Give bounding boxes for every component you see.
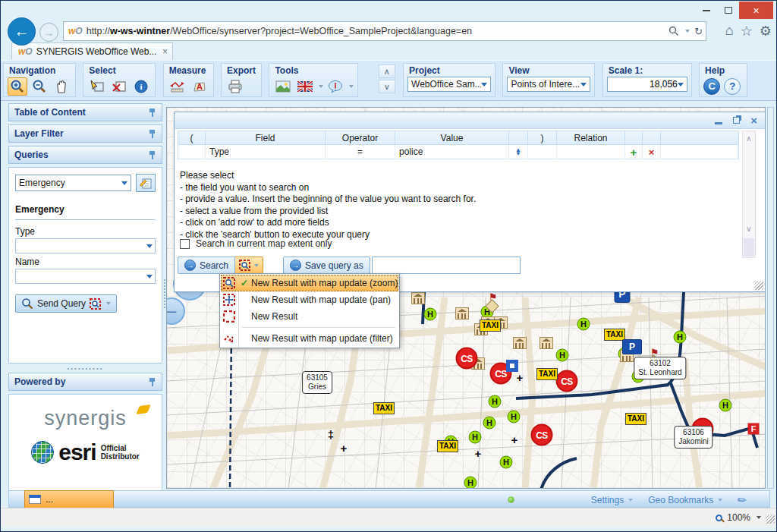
chevron-down-icon[interactable] (757, 516, 761, 519)
map-marker-cross[interactable]: + (517, 372, 524, 383)
panel-queries[interactable]: Queries (8, 146, 162, 164)
zoom-in-button[interactable] (8, 77, 27, 96)
search-mode-button[interactable] (235, 257, 263, 274)
relation-cell[interactable] (557, 145, 625, 159)
panel-resize-handle[interactable]: •••••••••• (8, 367, 162, 371)
map-marker-bluebox[interactable] (506, 360, 518, 372)
tab-close-icon[interactable]: × (162, 46, 168, 57)
map-marker-museum[interactable] (455, 307, 469, 320)
search-dropdown-icon[interactable] (685, 30, 690, 33)
menu-item-3[interactable]: New Result with map update (filter) (221, 330, 398, 347)
name-combo[interactable] (15, 269, 156, 284)
map-marker-flag[interactable] (486, 294, 498, 311)
address-bar[interactable]: wO http://w-ws-wintner/WebOffice/synserv… (63, 21, 706, 41)
back-button[interactable]: ← (8, 17, 36, 46)
query-select[interactable]: Emergency (15, 175, 131, 191)
panel-layer-filter[interactable]: Layer Filter (8, 124, 162, 143)
operator-cell[interactable]: = (326, 145, 395, 159)
measure-area-button[interactable]: A (190, 77, 209, 96)
print-button[interactable] (225, 77, 245, 96)
feedback-button[interactable] (326, 77, 345, 96)
value-sort-control[interactable]: ▲▼ (509, 145, 528, 159)
browser-zoom-control[interactable]: 100% (716, 512, 761, 523)
map-marker-museum[interactable] (513, 337, 527, 349)
map-marker-cross[interactable]: + (511, 434, 518, 445)
menu-item-2[interactable]: New Result (221, 308, 398, 325)
forward-button[interactable]: → (39, 23, 58, 42)
feedback-dropdown-icon[interactable] (349, 85, 354, 88)
pin-icon[interactable] (148, 150, 156, 159)
map-marker-h[interactable]: H (508, 411, 521, 423)
chevron-down-icon[interactable] (146, 275, 153, 279)
panel-table-of-content[interactable]: Table of Content (8, 103, 162, 121)
map-marker-h[interactable]: H (719, 399, 732, 412)
map-marker-f[interactable]: F (748, 423, 760, 435)
toolbar-scroll-down[interactable]: ∨ (379, 80, 395, 93)
map-marker-taxi[interactable]: TAXI (536, 368, 558, 380)
menu-item-0[interactable]: ✓New Result with map update (zoom) (221, 275, 398, 291)
save-query-button[interactable]: → Save query as (283, 257, 370, 274)
scale-combo[interactable] (607, 77, 687, 92)
toolbar-scroll-up[interactable]: ∧ (379, 65, 395, 78)
scroll-up-icon[interactable]: ∧ (743, 134, 755, 143)
map-marker-h[interactable]: H (424, 308, 437, 321)
zoom-out-button[interactable] (30, 77, 49, 96)
chevron-down-icon[interactable] (106, 302, 111, 305)
dialog-close-icon[interactable]: × (750, 115, 757, 126)
identify-button[interactable]: i (131, 77, 151, 96)
browser-tab[interactable]: wO SYNERGIS WebOffice Web... × (11, 42, 173, 60)
close-paren-cell[interactable] (528, 145, 557, 159)
deselect-button[interactable] (109, 77, 129, 96)
map-marker-cross[interactable]: + (475, 448, 482, 459)
close-button[interactable]: × (739, 2, 773, 19)
send-query-button[interactable]: Send Query (15, 294, 117, 313)
map-marker-taxi[interactable]: TAXI (480, 320, 501, 332)
map-marker-cs[interactable]: CS (456, 348, 478, 370)
delete-row-button[interactable]: × (643, 145, 661, 159)
type-input[interactable] (18, 241, 146, 251)
copyright-button[interactable]: C (703, 78, 720, 95)
home-icon[interactable]: ⌂ (725, 23, 734, 39)
search-icon[interactable] (668, 26, 679, 36)
settings-gear-icon[interactable]: ⚙ (760, 23, 772, 39)
map-marker-taxi[interactable]: TAXI (437, 440, 458, 452)
map-marker-h[interactable]: H (500, 456, 513, 469)
edit-query-button[interactable] (136, 174, 156, 192)
dialog-restore-icon[interactable] (733, 117, 740, 124)
screenshot-button[interactable] (273, 77, 293, 96)
pencil-icon[interactable]: ✎ (735, 493, 749, 508)
menu-item-1[interactable]: New Result with map update (pan) (221, 291, 398, 308)
map-marker-h[interactable]: H (674, 331, 687, 344)
pin-icon[interactable] (148, 108, 156, 117)
map-marker-taxi[interactable]: TAXI (625, 413, 646, 425)
map-marker-cross[interactable]: + (341, 442, 348, 454)
map-marker-h[interactable]: H (469, 431, 482, 444)
map-marker-cs[interactable]: CS (531, 424, 553, 446)
dialog-scrollbar[interactable]: ∧ ∨ (742, 131, 756, 258)
dialog-minimize-icon[interactable] (715, 122, 722, 124)
dialog-resize-grip[interactable] (754, 281, 763, 290)
language-button[interactable] (295, 77, 315, 96)
language-dropdown-icon[interactable] (319, 85, 323, 88)
map-marker-h[interactable]: H (464, 477, 477, 490)
save-query-input[interactable] (372, 257, 521, 274)
extent-checkbox[interactable] (180, 239, 190, 249)
dialog-titlebar[interactable]: × (175, 112, 765, 129)
chevron-down-icon[interactable] (254, 264, 259, 267)
map-marker-museum[interactable] (539, 337, 553, 349)
map-marker-h[interactable]: H (556, 349, 569, 362)
query-row[interactable]: Type = police ▲▼ + × (178, 145, 739, 159)
open-paren-cell[interactable] (178, 145, 206, 159)
project-select[interactable]: WebOffice Sam... (407, 77, 491, 92)
url-text[interactable]: http://w-ws-wintner/WebOffice/synserver?… (87, 26, 668, 36)
select-button[interactable] (87, 77, 107, 96)
measure-distance-button[interactable] (168, 77, 187, 96)
refresh-icon[interactable]: ↻ (694, 26, 703, 37)
pan-button[interactable] (52, 77, 71, 96)
map-marker-cs[interactable]: CS (556, 370, 578, 392)
map-viewport[interactable]: HHHHHHHHHHHHHHHCSCSCSCSCSTAXITAXITAXITAX… (166, 107, 766, 489)
scroll-down-icon[interactable]: ∨ (743, 225, 755, 233)
scale-input[interactable] (611, 79, 678, 90)
maximize-button[interactable] (717, 2, 739, 19)
favorites-star-icon[interactable]: ☆ (741, 23, 753, 39)
